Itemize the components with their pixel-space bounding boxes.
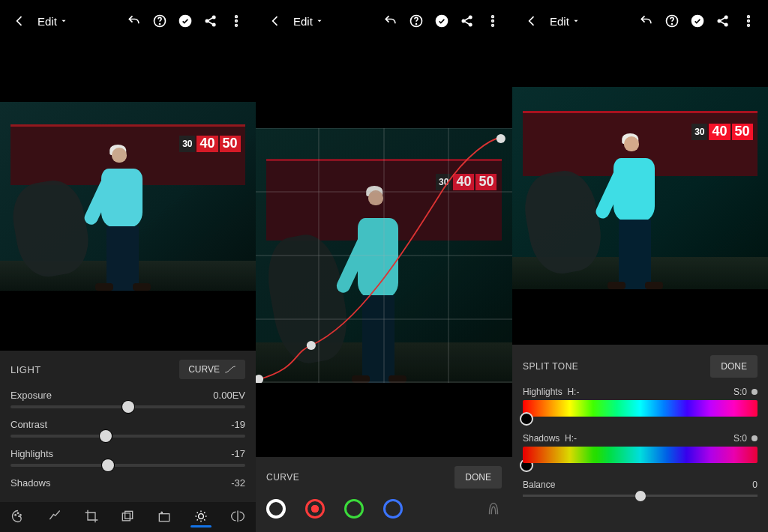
edit-dropdown[interactable]: Edit — [293, 15, 323, 28]
balance-value: 0 — [752, 480, 758, 490]
parametric-icon[interactable] — [485, 501, 502, 517]
slider-contrast[interactable]: Contrast-19 — [10, 419, 245, 438]
channel-blue[interactable] — [383, 499, 403, 519]
channel-red[interactable] — [305, 499, 325, 519]
more-icon[interactable] — [229, 13, 244, 28]
tool-presets-icon[interactable] — [120, 509, 135, 526]
done-button[interactable]: DONE — [454, 466, 502, 489]
svg-point-6 — [236, 16, 238, 18]
svg-point-1 — [160, 24, 160, 25]
svg-point-43 — [725, 16, 728, 18]
split-title: SPLIT TONE — [523, 361, 578, 372]
tool-light-icon[interactable] — [194, 509, 208, 526]
svg-point-4 — [213, 16, 215, 18]
share-icon[interactable] — [203, 13, 218, 28]
channel-luma[interactable] — [266, 499, 286, 519]
slider-highlights[interactable]: Highlights-17 — [10, 448, 245, 467]
undo-icon[interactable] — [383, 13, 398, 28]
svg-rect-14 — [159, 513, 169, 521]
edit-label: Edit — [38, 15, 57, 28]
help-icon[interactable] — [152, 13, 167, 28]
more-icon[interactable] — [741, 13, 756, 28]
svg-point-9 — [15, 514, 16, 516]
svg-point-47 — [748, 25, 750, 27]
back-icon[interactable] — [12, 13, 27, 28]
share-icon[interactable] — [716, 13, 730, 28]
share-icon[interactable] — [460, 13, 475, 28]
split-tone-panel: SPLIT TONE DONE Highlights H:- S:0 Shado… — [512, 345, 768, 532]
svg-point-20 — [462, 19, 464, 22]
svg-point-23 — [492, 16, 494, 18]
svg-point-18 — [416, 24, 417, 25]
svg-point-11 — [20, 514, 22, 516]
tool-selective-icon[interactable] — [10, 509, 26, 526]
svg-point-45 — [748, 16, 750, 18]
highlights-hue-slider[interactable] — [523, 400, 758, 417]
svg-point-44 — [725, 23, 728, 25]
photo-preview-curve[interactable]: 304050 — [256, 128, 512, 383]
back-icon[interactable] — [268, 13, 283, 28]
tool-color-icon[interactable] — [230, 509, 245, 526]
highlights-hue-thumb[interactable] — [520, 412, 533, 426]
svg-point-15 — [161, 512, 163, 513]
svg-point-22 — [470, 23, 472, 25]
balance-label: Balance — [523, 480, 555, 490]
svg-point-40 — [672, 24, 673, 25]
slider-exposure[interactable]: Exposure0.00EV — [10, 390, 245, 408]
svg-point-24 — [492, 20, 494, 22]
tool-auto-icon[interactable] — [157, 509, 172, 526]
svg-point-16 — [199, 513, 204, 519]
edit-dropdown[interactable]: Edit — [550, 15, 580, 28]
slider-shadows[interactable]: Shadows-32 — [10, 477, 245, 489]
highlights-meta: Highlights H:- S:0 — [523, 387, 758, 397]
svg-point-46 — [748, 20, 750, 22]
svg-point-42 — [718, 19, 720, 22]
light-title: LIGHT — [10, 364, 41, 375]
confirm-icon[interactable] — [434, 13, 449, 28]
svg-point-10 — [18, 513, 20, 514]
more-icon[interactable] — [485, 13, 500, 28]
confirm-icon[interactable] — [178, 13, 193, 28]
svg-point-21 — [470, 16, 472, 18]
light-panel: LIGHT CURVE Exposure0.00EV Contrast-19 H… — [0, 351, 256, 532]
tool-crop-icon[interactable] — [84, 509, 99, 526]
svg-point-3 — [206, 19, 208, 22]
edit-dropdown[interactable]: Edit — [38, 15, 68, 28]
svg-point-8 — [236, 25, 238, 27]
curve-button[interactable]: CURVE — [179, 360, 245, 379]
tool-heal-icon[interactable] — [47, 509, 62, 526]
svg-point-25 — [492, 25, 494, 27]
curve-title: CURVE — [266, 472, 299, 483]
back-icon[interactable] — [524, 13, 539, 28]
photo-preview: 304050 — [0, 102, 256, 291]
undo-icon[interactable] — [127, 13, 142, 28]
done-button[interactable]: DONE — [710, 355, 758, 378]
channel-green[interactable] — [344, 499, 364, 519]
svg-point-7 — [236, 20, 238, 22]
svg-rect-12 — [123, 513, 130, 520]
help-icon[interactable] — [409, 13, 424, 28]
help-icon[interactable] — [664, 13, 680, 28]
shadows-hue-slider[interactable] — [523, 447, 758, 463]
photo-preview: 304050 — [512, 87, 768, 289]
balance-slider[interactable] — [523, 495, 758, 497]
svg-point-5 — [213, 23, 215, 25]
shadows-meta: Shadows H:- S:0 — [523, 433, 758, 444]
svg-rect-13 — [125, 511, 133, 519]
curve-footer: CURVE DONE — [256, 457, 512, 532]
undo-icon[interactable] — [639, 13, 654, 28]
confirm-icon[interactable] — [690, 13, 705, 28]
